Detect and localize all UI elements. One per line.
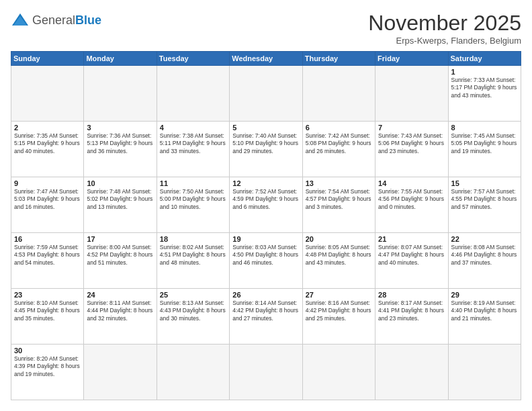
calendar-cell: 11Sunrise: 7:50 AM Sunset: 5:00 PM Dayli…: [157, 177, 229, 233]
calendar-cell: [230, 345, 302, 400]
day-number: 27: [306, 291, 372, 299]
calendar-cell: [84, 345, 157, 400]
day-number: 10: [87, 179, 153, 187]
day-number: 26: [232, 291, 299, 299]
day-number: 9: [14, 179, 81, 187]
day-number: 15: [451, 179, 518, 187]
calendar-cell: 6Sunrise: 7:42 AM Sunset: 5:08 PM Daylig…: [302, 122, 375, 177]
day-number: 1: [451, 68, 518, 76]
calendar-cell: [84, 66, 157, 122]
calendar-cell: 13Sunrise: 7:54 AM Sunset: 4:57 PM Dayli…: [302, 177, 375, 233]
day-info: Sunrise: 7:33 AM Sunset: 5:17 PM Dayligh…: [451, 77, 518, 99]
day-number: 14: [378, 179, 445, 187]
day-info: Sunrise: 8:11 AM Sunset: 4:44 PM Dayligh…: [87, 300, 153, 322]
calendar-cell: 4Sunrise: 7:38 AM Sunset: 5:11 PM Daylig…: [157, 122, 229, 177]
day-number: 24: [87, 291, 153, 299]
calendar-cell: 1Sunrise: 7:33 AM Sunset: 5:17 PM Daylig…: [448, 66, 521, 122]
day-number: 17: [87, 235, 153, 243]
day-info: Sunrise: 8:19 AM Sunset: 4:40 PM Dayligh…: [451, 300, 518, 322]
day-info: Sunrise: 8:02 AM Sunset: 4:51 PM Dayligh…: [160, 244, 226, 267]
page: GeneralBlue November 2025 Erps-Kwerps, F…: [0, 0, 532, 411]
day-info: Sunrise: 8:05 AM Sunset: 4:48 PM Dayligh…: [306, 244, 372, 267]
col-header-friday: Friday: [375, 52, 448, 66]
calendar-cell: 18Sunrise: 8:02 AM Sunset: 4:51 PM Dayli…: [157, 233, 229, 289]
day-info: Sunrise: 8:03 AM Sunset: 4:50 PM Dayligh…: [232, 244, 299, 267]
calendar-cell: 8Sunrise: 7:45 AM Sunset: 5:05 PM Daylig…: [448, 122, 521, 177]
day-info: Sunrise: 8:14 AM Sunset: 4:42 PM Dayligh…: [232, 300, 299, 322]
day-info: Sunrise: 7:57 AM Sunset: 4:55 PM Dayligh…: [451, 188, 518, 211]
calendar-cell: 10Sunrise: 7:48 AM Sunset: 5:02 PM Dayli…: [84, 177, 157, 233]
calendar-cell: 23Sunrise: 8:10 AM Sunset: 4:45 PM Dayli…: [11, 289, 84, 345]
calendar-cell: 3Sunrise: 7:36 AM Sunset: 5:13 PM Daylig…: [84, 122, 157, 177]
calendar-week-row: 30Sunrise: 8:20 AM Sunset: 4:39 PM Dayli…: [11, 345, 521, 400]
day-info: Sunrise: 7:59 AM Sunset: 4:53 PM Dayligh…: [14, 244, 81, 267]
col-header-thursday: Thursday: [302, 52, 375, 66]
day-info: Sunrise: 7:54 AM Sunset: 4:57 PM Dayligh…: [306, 188, 372, 211]
day-info: Sunrise: 7:50 AM Sunset: 5:00 PM Dayligh…: [160, 188, 226, 211]
logo-text: GeneralBlue: [32, 13, 101, 28]
calendar-week-row: 23Sunrise: 8:10 AM Sunset: 4:45 PM Dayli…: [11, 289, 521, 345]
day-number: 11: [160, 179, 226, 187]
calendar-cell: 20Sunrise: 8:05 AM Sunset: 4:48 PM Dayli…: [302, 233, 375, 289]
logo-icon: [11, 11, 30, 30]
day-number: 22: [451, 235, 518, 243]
calendar-cell: 24Sunrise: 8:11 AM Sunset: 4:44 PM Dayli…: [84, 289, 157, 345]
day-number: 12: [232, 179, 299, 187]
calendar-cell: [375, 345, 448, 400]
day-info: Sunrise: 7:42 AM Sunset: 5:08 PM Dayligh…: [306, 132, 372, 155]
calendar-cell: 7Sunrise: 7:43 AM Sunset: 5:06 PM Daylig…: [375, 122, 448, 177]
day-number: 29: [451, 291, 518, 299]
col-header-wednesday: Wednesday: [230, 52, 302, 66]
col-header-sunday: Sunday: [11, 52, 84, 66]
day-info: Sunrise: 8:00 AM Sunset: 4:52 PM Dayligh…: [87, 244, 153, 267]
day-info: Sunrise: 8:16 AM Sunset: 4:42 PM Dayligh…: [306, 300, 372, 322]
month-title: November 2025: [368, 11, 521, 36]
day-info: Sunrise: 7:35 AM Sunset: 5:15 PM Dayligh…: [14, 132, 81, 155]
day-number: 16: [14, 235, 81, 243]
header: GeneralBlue November 2025 Erps-Kwerps, F…: [11, 11, 521, 46]
day-info: Sunrise: 8:08 AM Sunset: 4:46 PM Dayligh…: [451, 244, 518, 267]
day-info: Sunrise: 8:17 AM Sunset: 4:41 PM Dayligh…: [378, 300, 445, 322]
calendar-cell: 9Sunrise: 7:47 AM Sunset: 5:03 PM Daylig…: [11, 177, 84, 233]
calendar-cell: 21Sunrise: 8:07 AM Sunset: 4:47 PM Dayli…: [375, 233, 448, 289]
calendar-cell: 30Sunrise: 8:20 AM Sunset: 4:39 PM Dayli…: [11, 345, 84, 400]
calendar-week-row: 1Sunrise: 7:33 AM Sunset: 5:17 PM Daylig…: [11, 66, 521, 122]
calendar-cell: 29Sunrise: 8:19 AM Sunset: 4:40 PM Dayli…: [448, 289, 521, 345]
calendar-cell: 5Sunrise: 7:40 AM Sunset: 5:10 PM Daylig…: [230, 122, 302, 177]
calendar-cell: 17Sunrise: 8:00 AM Sunset: 4:52 PM Dayli…: [84, 233, 157, 289]
day-number: 28: [378, 291, 445, 299]
logo: GeneralBlue: [11, 11, 101, 30]
calendar-cell: 22Sunrise: 8:08 AM Sunset: 4:46 PM Dayli…: [448, 233, 521, 289]
calendar-cell: [230, 66, 302, 122]
day-number: 3: [87, 124, 153, 132]
calendar-week-row: 9Sunrise: 7:47 AM Sunset: 5:03 PM Daylig…: [11, 177, 521, 233]
calendar-cell: 2Sunrise: 7:35 AM Sunset: 5:15 PM Daylig…: [11, 122, 84, 177]
calendar-cell: [157, 345, 229, 400]
day-number: 23: [14, 291, 81, 299]
calendar-cell: 25Sunrise: 8:13 AM Sunset: 4:43 PM Dayli…: [157, 289, 229, 345]
calendar-cell: 19Sunrise: 8:03 AM Sunset: 4:50 PM Dayli…: [230, 233, 302, 289]
calendar-cell: 12Sunrise: 7:52 AM Sunset: 4:59 PM Dayli…: [230, 177, 302, 233]
calendar-cell: 28Sunrise: 8:17 AM Sunset: 4:41 PM Dayli…: [375, 289, 448, 345]
day-number: 21: [378, 235, 445, 243]
location: Erps-Kwerps, Flanders, Belgium: [368, 36, 521, 46]
day-number: 18: [160, 235, 226, 243]
day-info: Sunrise: 7:55 AM Sunset: 4:56 PM Dayligh…: [378, 188, 445, 211]
col-header-tuesday: Tuesday: [157, 52, 229, 66]
day-number: 4: [160, 124, 226, 132]
day-info: Sunrise: 7:40 AM Sunset: 5:10 PM Dayligh…: [232, 132, 299, 155]
day-number: 7: [378, 124, 445, 132]
day-number: 20: [306, 235, 372, 243]
day-number: 2: [14, 124, 81, 132]
day-number: 5: [232, 124, 299, 132]
day-info: Sunrise: 8:10 AM Sunset: 4:45 PM Dayligh…: [14, 300, 81, 322]
day-info: Sunrise: 7:43 AM Sunset: 5:06 PM Dayligh…: [378, 132, 445, 155]
col-header-monday: Monday: [84, 52, 157, 66]
calendar-cell: [302, 66, 375, 122]
day-info: Sunrise: 7:48 AM Sunset: 5:02 PM Dayligh…: [87, 188, 153, 211]
day-info: Sunrise: 8:07 AM Sunset: 4:47 PM Dayligh…: [378, 244, 445, 267]
calendar-cell: 27Sunrise: 8:16 AM Sunset: 4:42 PM Dayli…: [302, 289, 375, 345]
day-number: 13: [306, 179, 372, 187]
day-number: 30: [14, 347, 81, 355]
day-number: 19: [232, 235, 299, 243]
